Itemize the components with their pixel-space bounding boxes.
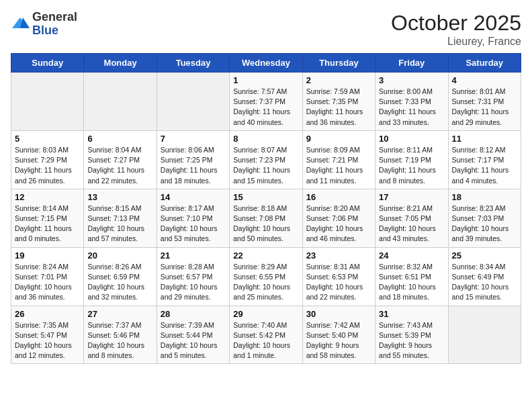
weekday-header-thursday: Thursday: [302, 54, 375, 73]
day-number: 21: [161, 250, 226, 261]
day-number: 23: [306, 250, 371, 261]
day-info: Sunrise: 8:07 AM Sunset: 7:23 PM Dayligh…: [233, 145, 298, 186]
day-info: Sunrise: 8:23 AM Sunset: 7:03 PM Dayligh…: [452, 203, 517, 244]
day-cell: [448, 306, 521, 364]
weekday-header-friday: Friday: [375, 54, 448, 73]
day-cell: [157, 73, 229, 131]
day-info: Sunrise: 7:37 AM Sunset: 5:46 PM Dayligh…: [87, 320, 152, 361]
week-row-5: 26Sunrise: 7:35 AM Sunset: 5:47 PM Dayli…: [11, 306, 521, 364]
day-cell: 4Sunrise: 8:01 AM Sunset: 7:31 PM Daylig…: [448, 73, 521, 131]
day-info: Sunrise: 7:57 AM Sunset: 7:37 PM Dayligh…: [233, 87, 298, 128]
day-number: 27: [87, 309, 152, 319]
day-cell: 21Sunrise: 8:28 AM Sunset: 6:57 PM Dayli…: [157, 247, 229, 306]
page-header: General Blue October 2025 Lieurey, Franc…: [11, 11, 521, 48]
day-number: 26: [15, 309, 80, 319]
day-cell: 23Sunrise: 8:31 AM Sunset: 6:53 PM Dayli…: [302, 247, 375, 306]
day-cell: 22Sunrise: 8:29 AM Sunset: 6:55 PM Dayli…: [230, 247, 302, 306]
day-info: Sunrise: 8:34 AM Sunset: 6:49 PM Dayligh…: [452, 262, 517, 303]
day-info: Sunrise: 7:42 AM Sunset: 5:40 PM Dayligh…: [306, 320, 371, 361]
day-number: 14: [161, 192, 226, 202]
day-info: Sunrise: 7:35 AM Sunset: 5:47 PM Dayligh…: [15, 320, 80, 361]
day-cell: [11, 73, 84, 131]
day-cell: 26Sunrise: 7:35 AM Sunset: 5:47 PM Dayli…: [11, 306, 84, 364]
weekday-header-wednesday: Wednesday: [230, 54, 302, 73]
calendar-body: 1Sunrise: 7:57 AM Sunset: 7:37 PM Daylig…: [11, 73, 521, 364]
day-number: 29: [233, 309, 298, 319]
logo-general: General: [32, 11, 77, 24]
logo-icon: [11, 15, 30, 34]
day-number: 19: [15, 250, 80, 261]
day-number: 24: [379, 250, 444, 261]
day-info: Sunrise: 8:21 AM Sunset: 7:05 PM Dayligh…: [379, 203, 444, 244]
day-info: Sunrise: 8:17 AM Sunset: 7:10 PM Dayligh…: [161, 203, 226, 244]
logo-blue: Blue: [32, 24, 77, 38]
day-info: Sunrise: 8:31 AM Sunset: 6:53 PM Dayligh…: [306, 262, 371, 303]
day-cell: 8Sunrise: 8:07 AM Sunset: 7:23 PM Daylig…: [230, 130, 302, 189]
day-cell: 20Sunrise: 8:26 AM Sunset: 6:59 PM Dayli…: [84, 247, 157, 306]
day-info: Sunrise: 7:40 AM Sunset: 5:42 PM Dayligh…: [233, 320, 298, 361]
day-cell: 9Sunrise: 8:09 AM Sunset: 7:21 PM Daylig…: [302, 130, 375, 189]
day-number: 1: [233, 75, 298, 85]
weekday-header-sunday: Sunday: [11, 54, 84, 73]
day-info: Sunrise: 8:06 AM Sunset: 7:25 PM Dayligh…: [161, 145, 226, 186]
day-info: Sunrise: 7:39 AM Sunset: 5:44 PM Dayligh…: [161, 320, 226, 361]
week-row-4: 19Sunrise: 8:24 AM Sunset: 7:01 PM Dayli…: [11, 247, 521, 306]
day-info: Sunrise: 8:14 AM Sunset: 7:15 PM Dayligh…: [15, 203, 80, 244]
day-number: 28: [161, 309, 226, 319]
day-cell: 2Sunrise: 7:59 AM Sunset: 7:35 PM Daylig…: [302, 73, 375, 131]
day-number: 11: [452, 134, 517, 144]
day-info: Sunrise: 8:04 AM Sunset: 7:27 PM Dayligh…: [87, 145, 152, 186]
day-number: 17: [379, 192, 444, 202]
day-cell: 19Sunrise: 8:24 AM Sunset: 7:01 PM Dayli…: [11, 247, 84, 306]
day-number: 10: [379, 134, 444, 144]
weekday-header-row: SundayMondayTuesdayWednesdayThursdayFrid…: [11, 54, 521, 73]
day-cell: 6Sunrise: 8:04 AM Sunset: 7:27 PM Daylig…: [84, 130, 157, 189]
logo-text: General Blue: [32, 11, 77, 38]
day-number: 25: [452, 250, 517, 261]
day-cell: 15Sunrise: 8:18 AM Sunset: 7:08 PM Dayli…: [230, 189, 302, 247]
day-number: 18: [452, 192, 517, 202]
day-number: 13: [87, 192, 152, 202]
day-info: Sunrise: 8:20 AM Sunset: 7:06 PM Dayligh…: [306, 203, 371, 244]
day-cell: 29Sunrise: 7:40 AM Sunset: 5:42 PM Dayli…: [230, 306, 302, 364]
day-number: 2: [306, 75, 371, 85]
day-number: 8: [233, 134, 298, 144]
day-info: Sunrise: 8:12 AM Sunset: 7:17 PM Dayligh…: [452, 145, 517, 186]
week-row-1: 1Sunrise: 7:57 AM Sunset: 7:37 PM Daylig…: [11, 73, 521, 131]
day-info: Sunrise: 7:59 AM Sunset: 7:35 PM Dayligh…: [306, 87, 371, 128]
title-block: October 2025 Lieurey, France: [391, 11, 521, 48]
day-number: 5: [15, 134, 80, 144]
day-info: Sunrise: 8:24 AM Sunset: 7:01 PM Dayligh…: [15, 262, 80, 303]
day-info: Sunrise: 8:00 AM Sunset: 7:33 PM Dayligh…: [379, 87, 444, 128]
day-cell: 17Sunrise: 8:21 AM Sunset: 7:05 PM Dayli…: [375, 189, 448, 247]
day-cell: [84, 73, 157, 131]
day-info: Sunrise: 8:28 AM Sunset: 6:57 PM Dayligh…: [161, 262, 226, 303]
month-title: October 2025: [391, 11, 521, 36]
day-number: 15: [233, 192, 298, 202]
day-info: Sunrise: 8:18 AM Sunset: 7:08 PM Dayligh…: [233, 203, 298, 244]
day-cell: 5Sunrise: 8:03 AM Sunset: 7:29 PM Daylig…: [11, 130, 84, 189]
day-info: Sunrise: 8:11 AM Sunset: 7:19 PM Dayligh…: [379, 145, 444, 186]
day-cell: 13Sunrise: 8:15 AM Sunset: 7:13 PM Dayli…: [84, 189, 157, 247]
svg-marker-1: [20, 17, 30, 28]
day-number: 6: [87, 134, 152, 144]
day-cell: 25Sunrise: 8:34 AM Sunset: 6:49 PM Dayli…: [448, 247, 521, 306]
day-cell: 14Sunrise: 8:17 AM Sunset: 7:10 PM Dayli…: [157, 189, 229, 247]
weekday-header-saturday: Saturday: [448, 54, 521, 73]
day-number: 7: [161, 134, 226, 144]
day-cell: 18Sunrise: 8:23 AM Sunset: 7:03 PM Dayli…: [448, 189, 521, 247]
calendar-table: SundayMondayTuesdayWednesdayThursdayFrid…: [11, 53, 521, 364]
day-info: Sunrise: 8:09 AM Sunset: 7:21 PM Dayligh…: [306, 145, 371, 186]
weekday-header-tuesday: Tuesday: [157, 54, 229, 73]
day-cell: 10Sunrise: 8:11 AM Sunset: 7:19 PM Dayli…: [375, 130, 448, 189]
day-info: Sunrise: 8:01 AM Sunset: 7:31 PM Dayligh…: [452, 87, 517, 128]
day-number: 4: [452, 75, 517, 85]
day-info: Sunrise: 8:15 AM Sunset: 7:13 PM Dayligh…: [87, 203, 152, 244]
logo: General Blue: [11, 11, 77, 38]
day-cell: 11Sunrise: 8:12 AM Sunset: 7:17 PM Dayli…: [448, 130, 521, 189]
week-row-2: 5Sunrise: 8:03 AM Sunset: 7:29 PM Daylig…: [11, 130, 521, 189]
day-cell: 16Sunrise: 8:20 AM Sunset: 7:06 PM Dayli…: [302, 189, 375, 247]
day-number: 30: [306, 309, 371, 319]
day-cell: 24Sunrise: 8:32 AM Sunset: 6:51 PM Dayli…: [375, 247, 448, 306]
day-number: 9: [306, 134, 371, 144]
